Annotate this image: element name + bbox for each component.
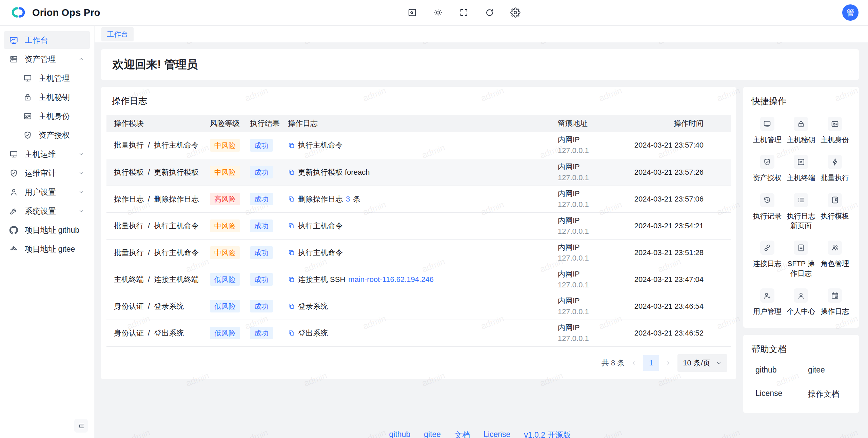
address-cell: 内网IP 127.0.0.1 xyxy=(554,293,627,320)
sidebar-item[interactable]: 系统设置 xyxy=(4,202,90,220)
quick-action-label: 资产授权 xyxy=(753,173,782,183)
header-action-button[interactable] xyxy=(459,7,469,18)
sidebar-item[interactable]: 资产管理 xyxy=(4,50,90,68)
header-action-button[interactable] xyxy=(485,7,495,18)
quick-action[interactable]: 连接日志 xyxy=(751,241,783,278)
welcome-card: 欢迎回来! 管理员 xyxy=(101,49,859,80)
chevron-down-icon xyxy=(78,208,85,214)
log-link[interactable]: main-root-116.62.194.246 xyxy=(348,275,434,284)
header-action-button[interactable] xyxy=(433,7,443,18)
sidebar-menu: 工作台 资产管理 主机管理 主机秘钥 主 xyxy=(0,31,94,258)
pagination-total: 共 8 条 xyxy=(601,358,625,368)
quick-action[interactable]: SFTP 操作日志 xyxy=(785,241,817,278)
sidebar-item[interactable]: 主机管理 xyxy=(4,69,90,87)
help-link[interactable]: License xyxy=(755,389,808,399)
breadcrumb-item-workbench[interactable]: 工作台 xyxy=(101,27,134,41)
header-action-button[interactable] xyxy=(510,7,520,18)
quick-action[interactable]: 执行模板 xyxy=(819,193,851,231)
quick-action[interactable]: 资产授权 xyxy=(751,155,783,183)
help-docs-title: 帮助文档 xyxy=(751,343,851,355)
result-cell: 成功 xyxy=(246,186,284,212)
help-link[interactable]: gitee xyxy=(808,365,851,375)
sidebar-item-label: 用户设置 xyxy=(25,187,56,197)
history-icon xyxy=(763,196,771,204)
footer-link[interactable]: License xyxy=(484,430,510,438)
sidebar-item[interactable]: 主机身份 xyxy=(4,107,90,125)
id-card-icon xyxy=(831,120,839,128)
page-number-button[interactable]: 1 xyxy=(643,355,659,371)
sidebar-item[interactable]: 工作台 xyxy=(4,31,90,49)
next-page-button[interactable] xyxy=(665,359,672,367)
sidebar-item[interactable]: 主机运维 xyxy=(4,145,90,163)
quick-action[interactable]: 角色管理 xyxy=(819,241,851,278)
monitor-icon xyxy=(23,74,32,83)
footer-link[interactable]: github xyxy=(389,430,411,438)
copy-icon[interactable] xyxy=(288,169,295,176)
help-links: github gitee License 操作文档 xyxy=(751,365,851,399)
quick-action[interactable]: 主机身份 xyxy=(819,117,851,145)
id-card-icon xyxy=(23,112,32,121)
module-cell: 执行模板/更新执行模板 xyxy=(106,159,206,186)
log-cell: 删除操作日志 3 条 xyxy=(284,186,554,212)
quick-action[interactable]: 执行日志新页面 xyxy=(785,193,817,231)
copy-icon[interactable] xyxy=(288,222,295,229)
ip-label: 内网IP xyxy=(558,134,624,145)
list-icon xyxy=(797,196,805,204)
log-cell: 登录系统 xyxy=(284,293,554,320)
sidebar-item[interactable]: 主机秘钥 xyxy=(4,88,90,106)
app-logo-icon xyxy=(9,6,27,19)
sidebar-item[interactable]: 运维审计 xyxy=(4,164,90,182)
page-size-select[interactable]: 10 条/页 xyxy=(677,354,727,372)
result-cell: 成功 xyxy=(246,239,284,266)
sidebar-collapse-button[interactable] xyxy=(74,419,88,433)
module-cell: 身份认证/登录系统 xyxy=(106,293,206,320)
copy-icon[interactable] xyxy=(288,303,295,310)
copy-icon[interactable] xyxy=(288,276,295,283)
sidebar-item-label: 项目地址 github xyxy=(25,225,79,235)
footer-link[interactable]: 文档 xyxy=(454,430,470,438)
time-cell: 2024-03-21 23:46:54 xyxy=(627,293,731,320)
fullscreen-icon xyxy=(459,7,469,18)
quick-action[interactable]: 用户管理 xyxy=(751,288,783,316)
table-row: 操作日志/删除操作日志 高风险 成功 xyxy=(106,186,731,212)
copy-icon[interactable] xyxy=(288,195,295,203)
log-link[interactable]: 3 xyxy=(346,195,350,204)
time-cell: 2024-03-21 23:46:52 xyxy=(627,320,731,346)
copy-icon[interactable] xyxy=(288,329,295,337)
quick-action[interactable]: 主机终端 xyxy=(785,155,817,183)
footer-link[interactable]: v1.0.2 开源版 xyxy=(524,430,571,438)
time-cell: 2024-03-21 23:57:06 xyxy=(627,186,731,212)
quick-actions-grid: 主机管理 主机秘钥 主机身份 xyxy=(751,117,851,316)
avatar[interactable]: 管 xyxy=(842,4,859,21)
result-badge: 成功 xyxy=(250,166,273,178)
quick-action[interactable]: 批量执行 xyxy=(819,155,851,183)
risk-cell: 中风险 xyxy=(206,159,246,186)
previous-page-button[interactable] xyxy=(630,359,637,367)
quick-action[interactable]: 个人中心 xyxy=(785,288,817,316)
copy-icon[interactable] xyxy=(288,249,295,256)
quick-action[interactable]: 执行记录 xyxy=(751,193,783,231)
copy-icon[interactable] xyxy=(288,142,295,149)
quick-action[interactable]: 主机管理 xyxy=(751,117,783,145)
result-badge: 成功 xyxy=(250,300,273,312)
chevron-down-icon xyxy=(78,170,85,176)
footer-link[interactable]: gitee xyxy=(424,430,441,438)
risk-cell: 低风险 xyxy=(206,320,246,346)
help-link[interactable]: 操作文档 xyxy=(808,389,851,399)
sidebar-item[interactable]: 项目地址 github xyxy=(4,221,90,239)
quick-action[interactable]: 主机秘钥 xyxy=(785,117,817,145)
risk-cell: 中风险 xyxy=(206,212,246,239)
result-badge: 成功 xyxy=(250,220,273,232)
sidebar-item[interactable]: 资产授权 xyxy=(4,126,90,144)
header-action-button[interactable] xyxy=(407,7,417,18)
sidebar-item[interactable]: 项目地址 gitee xyxy=(4,240,90,258)
ip-label: 内网IP xyxy=(558,296,624,306)
lock-icon xyxy=(797,120,805,128)
risk-cell: 中风险 xyxy=(206,239,246,266)
help-link[interactable]: github xyxy=(755,365,808,375)
quick-action[interactable]: 操作日志 xyxy=(819,288,851,316)
lightning-icon xyxy=(831,158,839,166)
sidebar-item[interactable]: 用户设置 xyxy=(4,183,90,201)
lock-icon xyxy=(23,93,32,102)
column-header-address: 留痕地址 xyxy=(554,115,627,132)
